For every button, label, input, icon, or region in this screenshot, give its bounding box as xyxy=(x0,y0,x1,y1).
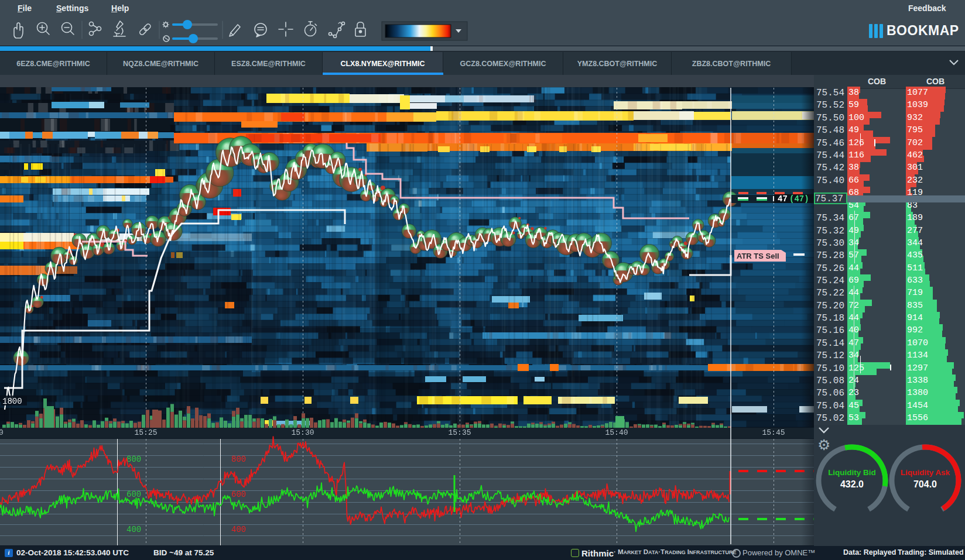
svg-text:BOOKMAP: BOOKMAP xyxy=(887,23,959,38)
svg-text:432.0: 432.0 xyxy=(840,479,864,489)
svg-text:Liquidity Ask: Liquidity Ask xyxy=(901,468,950,477)
svg-text:704.0: 704.0 xyxy=(913,479,937,489)
svg-text:Liquidity Bid: Liquidity Bid xyxy=(828,468,876,477)
